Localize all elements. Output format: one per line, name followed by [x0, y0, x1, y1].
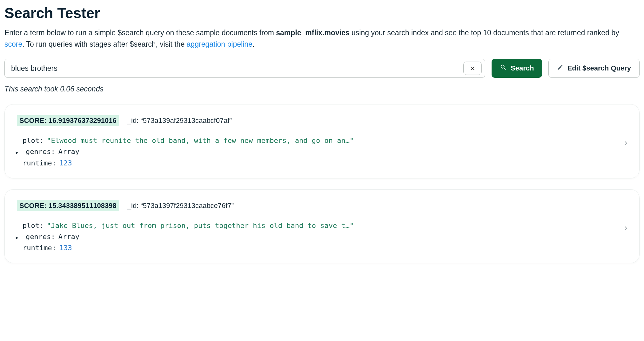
- id-value: “573a1397f29313caabce76f7”: [140, 202, 234, 210]
- field-value: "Elwood must reunite the old band, with …: [47, 135, 354, 146]
- status-text: This search took 0.06 seconds: [4, 85, 640, 93]
- score-badge: SCORE: 16.919376373291016: [17, 115, 119, 126]
- id-text: _id: “573a139af29313caabcf07af”: [127, 117, 232, 125]
- id-key: _id:: [127, 117, 138, 124]
- id-text: _id: “573a1397f29313caabce76f7”: [127, 202, 234, 210]
- field-key: genres:: [26, 146, 55, 157]
- field-key: runtime:: [23, 242, 56, 253]
- intro-collection: sample_mflix.movies: [276, 29, 349, 37]
- doc-field-genres: ▶ genres: Array: [23, 231, 627, 242]
- pencil-icon: [557, 64, 563, 72]
- search-button[interactable]: Search: [492, 59, 542, 78]
- search-icon: [500, 64, 507, 73]
- id-value: “573a139af29313caabcf07af”: [140, 117, 231, 124]
- expand-caret-icon[interactable]: ▶: [15, 149, 19, 156]
- expand-result-button[interactable]: [622, 139, 630, 149]
- field-key: plot:: [23, 135, 44, 146]
- edit-query-button[interactable]: Edit $search Query: [548, 59, 640, 78]
- result-card: SCORE: 16.919376373291016 _id: “573a139a…: [4, 104, 640, 178]
- intro-mid: using your search index and see the top …: [350, 29, 619, 37]
- search-row: Search Edit $search Query: [4, 59, 640, 78]
- result-card: SCORE: 15.343389511108398 _id: “573a1397…: [4, 189, 640, 264]
- field-key: plot:: [23, 220, 44, 231]
- intro-post-score: . To run queries with stages after $sear…: [22, 40, 186, 48]
- search-input[interactable]: [11, 64, 463, 73]
- field-value: "Jake Blues, just out from prison, puts …: [47, 220, 354, 231]
- expand-result-button[interactable]: [622, 224, 630, 234]
- doc-field-runtime: runtime: 123: [23, 157, 627, 169]
- aggregation-link[interactable]: aggregation pipeline: [187, 40, 252, 48]
- chevron-right-icon: [622, 226, 630, 233]
- field-value: Array: [58, 231, 79, 242]
- intro-pre: Enter a term below to run a simple $sear…: [4, 29, 276, 37]
- doc-field-plot: plot: "Jake Blues, just out from prison,…: [23, 220, 627, 231]
- score-link[interactable]: score: [4, 40, 22, 48]
- field-key: genres:: [26, 231, 55, 242]
- score-badge: SCORE: 15.343389511108398: [17, 200, 119, 211]
- clear-button[interactable]: [463, 62, 482, 75]
- field-key: runtime:: [23, 157, 56, 169]
- id-key: _id:: [127, 202, 138, 210]
- doc-body: plot: "Jake Blues, just out from prison,…: [17, 220, 627, 254]
- edit-button-label: Edit $search Query: [567, 64, 631, 72]
- doc-field-genres: ▶ genres: Array: [23, 146, 627, 157]
- intro-end: .: [252, 40, 254, 48]
- field-value: Array: [58, 146, 79, 157]
- result-header: SCORE: 16.919376373291016 _id: “573a139a…: [17, 115, 627, 126]
- doc-field-plot: plot: "Elwood must reunite the old band,…: [23, 135, 627, 146]
- doc-field-runtime: runtime: 133: [23, 242, 627, 253]
- intro-text: Enter a term below to run a simple $sear…: [4, 27, 640, 50]
- result-header: SCORE: 15.343389511108398 _id: “573a1397…: [17, 200, 627, 211]
- search-input-wrap: [4, 59, 485, 78]
- field-value: 123: [59, 157, 72, 169]
- search-button-label: Search: [511, 64, 534, 72]
- doc-body: plot: "Elwood must reunite the old band,…: [17, 135, 627, 169]
- field-value: 133: [59, 242, 72, 253]
- close-icon: [470, 65, 475, 72]
- page-title: Search Tester: [4, 4, 640, 22]
- expand-caret-icon[interactable]: ▶: [15, 234, 19, 241]
- chevron-right-icon: [622, 141, 630, 148]
